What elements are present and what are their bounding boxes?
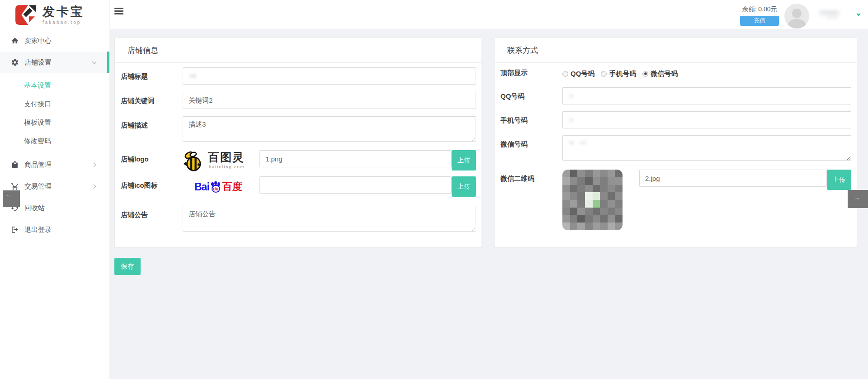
baidu-cn-text: 百度 [222,180,242,194]
shop-ico-file-input[interactable] [259,176,452,194]
qq-label: QQ号码 [500,87,562,101]
shop-desc-row: 店铺描述 描述3 [121,116,476,143]
shop-notice-label: 店铺公告 [121,206,183,219]
radio-circle[interactable] [601,71,607,77]
shop-ico-upload-button[interactable]: 上传 [452,176,476,197]
sidebar-item-logout[interactable]: 退出登录 [0,219,109,241]
sidebar: 发卡宝 fakabao.top 卖家中心 店铺设置 基本设置 支付接口 模板设置… [0,0,110,379]
radio-qq[interactable]: QQ号码 [562,70,594,78]
balance-label: 余额: [742,5,756,13]
qr-label: 微信二维码 [500,170,562,183]
baituling-bee-icon [183,150,206,173]
contact-card: 联系方式 顶部显示 QQ号码 手机号码 [494,38,857,247]
sidebar-item-payment-interface[interactable]: 支付接口 [0,95,109,113]
sidebar-item-label: 商品管理 [24,161,52,169]
shop-logo-label: 店铺logo [121,150,183,164]
chevron-down-icon [92,61,96,64]
shop-title-row: 店铺标题 [121,67,476,85]
shop-keywords-label: 店铺关键词 [121,92,183,105]
brand-logo-icon [13,4,38,26]
radio-phone[interactable]: 手机号码 [601,70,636,78]
recharge-button[interactable]: 充值 [740,16,779,26]
qq-input[interactable] [562,87,851,104]
shop-logo-upload-button[interactable]: 上传 [452,150,476,171]
main-content: 店铺信息 店铺标题 店铺关键词 店铺描述 [110,30,868,379]
gear-icon [11,58,19,66]
radio-circle-checked[interactable] [642,71,648,77]
qr-image [562,170,623,230]
right-arrow-icon: → [854,194,860,201]
shop-logo-preview: 百图灵 baituling.com [183,150,259,173]
sidebar-menu: 卖家中心 店铺设置 基本设置 支付接口 模板设置 修改密码 商品管理 交易管理 … [0,30,109,241]
sidebar-item-template-settings[interactable]: 模板设置 [0,113,109,132]
left-arrow-icon: ← [6,191,12,198]
sidebar-item-seller-center[interactable]: 卖家中心 [0,30,109,52]
sidebar-item-basic-settings[interactable]: 基本设置 [0,76,109,95]
shop-title-label: 店铺标题 [121,67,183,81]
qq-row: QQ号码 [500,87,851,104]
balance-value: 0.00元 [758,5,777,13]
chevron-right-icon [92,185,96,188]
expand-right-button[interactable]: → [848,190,868,208]
sidebar-item-label: 回收站 [24,204,45,213]
active-indicator [107,52,109,73]
shop-notice-textarea[interactable]: 店铺公告 [183,206,476,232]
shop-card-title: 店铺信息 [115,38,481,63]
shop-ico-preview: Bai du 百度 [183,176,259,194]
shop-keywords-row: 店铺关键词 [121,92,476,109]
shop-logo-row: 店铺logo [121,150,476,173]
shop-desc-label: 店铺描述 [121,116,183,130]
baidu-bai-text: Bai [194,181,209,193]
qr-upload-button[interactable]: 上传 [827,170,851,190]
top-display-row: 顶部显示 QQ号码 手机号码 微信号码 [500,67,851,87]
chevron-right-icon [92,163,96,166]
wechat-label: 微信号码 [500,135,562,149]
caret-down-icon[interactable] [856,14,861,16]
wechat-row: 微信号码 [500,135,851,162]
sidebar-item-product-management[interactable]: 商品管理 [0,154,109,175]
shop-ico-row: 店铺ico图标 Bai du [121,176,476,197]
sidebar-item-label: 卖家中心 [24,37,52,45]
bag-icon [11,161,19,169]
cart-icon [11,182,19,190]
phone-row: 手机号码 [500,111,851,128]
qr-file-input[interactable] [639,170,827,187]
brand-name: 发卡宝 [42,5,85,19]
radio-wechat[interactable]: 微信号码 [642,70,678,78]
brand-domain: fakabao.top [42,20,85,25]
shop-keywords-input[interactable] [183,92,476,109]
radio-circle[interactable] [562,71,568,77]
topbar: 余额: 0.00元 充值 [110,0,868,30]
baituling-name: 百图灵 [208,150,245,164]
shop-settings-submenu: 基本设置 支付接口 模板设置 修改密码 [0,73,109,154]
baituling-domain: baituling.com [208,165,245,169]
sidebar-item-label: 交易管理 [24,182,52,191]
collapse-left-button[interactable]: ← [3,190,20,207]
balance-text: 余额: 0.00元 [740,5,779,14]
sidebar-item-label: 店铺设置 [24,58,52,67]
wechat-textarea[interactable] [562,135,851,161]
avatar[interactable] [784,4,809,28]
hamburger-menu-icon[interactable] [114,8,123,15]
contact-card-title: 联系方式 [495,38,857,63]
home-icon [11,37,19,45]
brand-logo[interactable]: 发卡宝 fakabao.top [0,0,109,30]
shop-desc-textarea[interactable]: 描述3 [183,116,476,142]
username-redacted[interactable] [819,10,845,20]
save-button[interactable]: 保存 [114,258,141,275]
phone-input[interactable] [562,111,851,128]
shop-ico-label: 店铺ico图标 [121,176,183,190]
phone-label: 手机号码 [500,111,562,125]
baidu-du-text: du [212,186,219,192]
baidu-paw-icon: du [210,181,222,193]
shop-notice-row: 店铺公告 店铺公告 [121,206,476,233]
sidebar-item-change-password[interactable]: 修改密码 [0,132,109,150]
top-display-label: 顶部显示 [500,67,562,77]
shop-info-card: 店铺信息 店铺标题 店铺关键词 店铺描述 [114,38,482,247]
shop-title-input[interactable] [183,67,476,85]
logout-icon [11,226,19,234]
sidebar-item-label: 退出登录 [24,226,52,234]
shop-logo-file-input[interactable] [259,150,452,167]
qr-row: 微信二维码 上传 [500,170,851,230]
sidebar-item-shop-settings[interactable]: 店铺设置 [0,52,109,73]
